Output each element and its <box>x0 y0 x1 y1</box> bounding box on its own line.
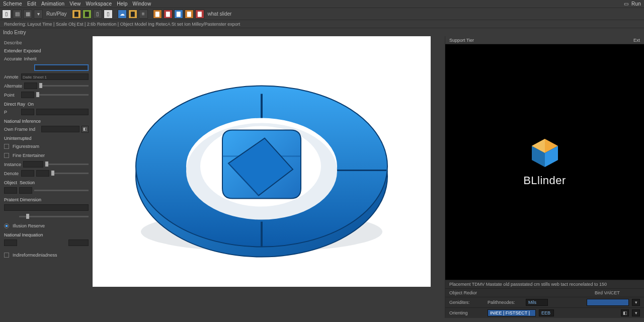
section-natineq: National Inequation <box>4 232 89 237</box>
run-button[interactable]: Run/Play <box>46 11 67 17</box>
save-icon[interactable]: ▦ <box>23 10 32 19</box>
rendered-3d-logo <box>121 46 403 287</box>
point-slider[interactable] <box>36 94 89 96</box>
p-field[interactable] <box>21 109 34 115</box>
foot-bird: Bird VAlCET <box>595 290 640 295</box>
img-icon[interactable]: ▇ <box>185 10 194 19</box>
lbl-alternate: Alternate <box>4 84 22 89</box>
tab-row: Indo Entry <box>0 28 644 36</box>
right-panel-title: Support Tier <box>449 38 474 43</box>
chk-indir[interactable] <box>4 253 9 258</box>
lbl-figurestream: Figurestream <box>13 144 39 149</box>
open-icon[interactable]: ▤ <box>13 10 22 19</box>
section-uninterrupted: Uninterrupted <box>4 136 89 141</box>
foot-bird-val[interactable] <box>587 299 629 306</box>
panel-tab[interactable]: Describe <box>4 40 89 45</box>
menu-item[interactable]: Edit <box>27 1 36 7</box>
pdf-icon[interactable]: ▇ <box>195 10 204 19</box>
import-icon[interactable]: ▯ <box>104 10 113 19</box>
right-panel-close[interactable]: Ext <box>633 38 640 43</box>
open2-icon[interactable]: ▇ <box>164 10 173 19</box>
foot-object-redior: Object Redior <box>449 290 592 295</box>
dim-slider[interactable] <box>19 216 89 217</box>
inherit-field[interactable] <box>34 64 89 71</box>
lbl-inherit: Inherit <box>24 56 39 61</box>
left-panel: Describe Extender Exposed AccurateInheri… <box>0 36 93 318</box>
foot-orient-val[interactable]: INIEE | FISTSECT | <box>488 309 536 316</box>
status-bar: Rendering: Layout Time | Scale Obj Est |… <box>0 20 644 28</box>
lbl-annote: Annote <box>4 74 19 79</box>
lbl-p: P <box>4 110 19 115</box>
chk-fineent[interactable] <box>4 153 9 158</box>
box-icon[interactable]: ▇ <box>174 10 183 19</box>
brand-text: BLlinder <box>523 174 566 187</box>
new-icon[interactable]: ▇ <box>153 10 162 19</box>
lbl-indir: Indireformediniadness <box>13 253 78 258</box>
viewport[interactable]: BLlinder <box>445 44 644 280</box>
content: Describe Extender Exposed AccurateInheri… <box>0 36 644 318</box>
menu-item[interactable]: Animation <box>41 1 64 7</box>
foot-orienting: Orienting <box>449 310 485 315</box>
monitor-icon[interactable]: ▭ <box>624 1 628 7</box>
menu-item[interactable]: View <box>69 1 80 7</box>
lbl-denote: Denote <box>4 171 19 176</box>
doc-icon[interactable]: ▯ <box>2 10 11 19</box>
foot-eeb[interactable]: EEB <box>539 309 554 316</box>
annote-field[interactable]: Dalle Sheet 1 <box>21 73 89 80</box>
center-area <box>93 36 445 318</box>
denote-slider[interactable] <box>51 173 89 174</box>
foot-chip1[interactable]: ▾ <box>632 299 640 306</box>
instance-field[interactable] <box>23 161 43 168</box>
right-panel: Support Tier Ext BLlinder Placement TDMV… <box>445 36 644 318</box>
folder-icon[interactable]: ▇ <box>72 10 81 19</box>
dropdown-icon[interactable]: ▾ <box>34 10 43 19</box>
menu-item[interactable]: Window <box>133 1 151 7</box>
right-panel-footer: Placement TDMV Mastate old passstated cm… <box>445 280 644 318</box>
alt-slider[interactable] <box>39 85 89 87</box>
lbl-accurate: Accurate <box>4 56 22 61</box>
nineq-f2[interactable] <box>68 239 89 246</box>
brand: BLlinder <box>523 137 566 187</box>
brand-cube-icon <box>529 137 561 169</box>
menu-item[interactable]: Workspace <box>86 1 112 7</box>
alt-field1[interactable] <box>24 83 37 89</box>
point-field[interactable] <box>21 92 34 98</box>
foot-pal-val[interactable]: Mils <box>526 299 548 306</box>
foot-chip3[interactable]: ▾ <box>632 309 640 316</box>
ownframe-picker[interactable]: ◧ <box>82 126 89 133</box>
ownframe-field[interactable] <box>41 126 79 132</box>
obj-f1[interactable] <box>4 187 17 194</box>
cloud-icon[interactable]: ☁ <box>118 10 127 19</box>
section-natinf: National Inference <box>4 119 89 124</box>
lbl-instance: Instance <box>4 162 21 167</box>
menu-item[interactable]: Help <box>117 1 127 7</box>
denote-f1[interactable] <box>21 170 34 177</box>
export-icon[interactable]: ▯ <box>93 10 102 19</box>
section-directray: Direct Ray On <box>4 102 89 107</box>
denote-f2[interactable] <box>36 170 49 177</box>
instance-slider[interactable] <box>45 164 89 165</box>
nineq-f1[interactable] <box>4 239 17 246</box>
toolbar-tail-label: what slider <box>208 11 232 17</box>
foot-chip2[interactable]: ◧ <box>621 309 629 316</box>
obj-f2[interactable] <box>19 187 32 194</box>
radio-illusion[interactable] <box>4 223 9 228</box>
chk-figurestream[interactable] <box>4 144 9 149</box>
obj-slider[interactable] <box>34 190 89 191</box>
foot-genidites: Genidites: <box>449 300 485 305</box>
run-label[interactable]: Run <box>631 1 641 7</box>
lbl-illusion: Illusion Reserve <box>13 223 63 228</box>
tab-active[interactable]: Indo Entry <box>3 30 26 35</box>
canvas[interactable] <box>93 36 431 287</box>
folder2-icon[interactable]: ▇ <box>128 10 137 19</box>
menu-item[interactable]: Scheme <box>3 1 22 7</box>
foot-pal-label: Palithneodes: <box>488 300 523 305</box>
lbl-point: Point <box>4 93 19 98</box>
page-icon[interactable]: ▇ <box>83 10 92 19</box>
status-text: Rendering: Layout Time | Scale Obj Est |… <box>4 22 240 27</box>
p-field2[interactable] <box>36 109 89 115</box>
lbl-fineent: Fine Entertainer <box>13 153 58 158</box>
dim-field[interactable] <box>4 204 89 211</box>
foot-info: Placement TDMV Mastate old passstated cm… <box>449 282 607 287</box>
layers-icon[interactable]: ≡ <box>139 10 148 19</box>
